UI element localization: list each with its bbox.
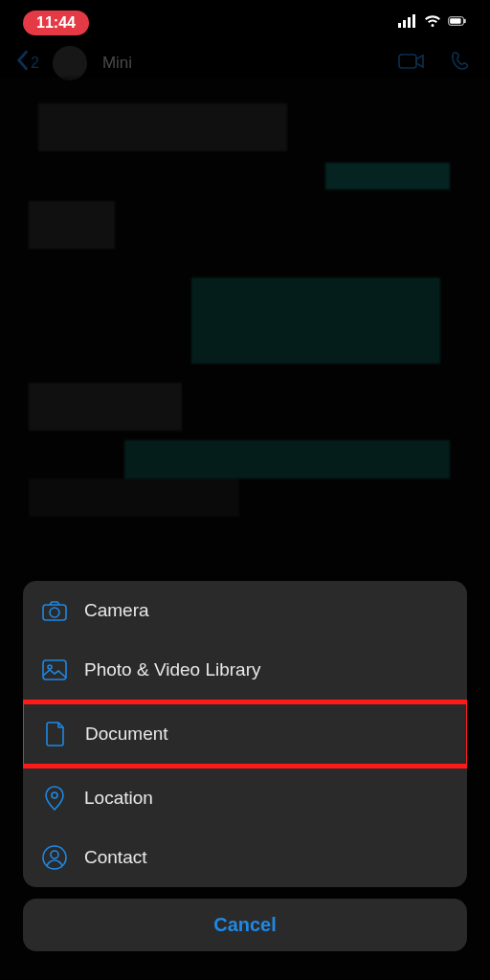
sheet-item-contact[interactable]: Contact [23,828,467,887]
status-bar: 11:44 [0,0,490,42]
sheet-item-camera[interactable]: Camera [23,581,467,640]
back-button[interactable]: 2 [15,50,39,77]
sheet-item-label: Camera [84,600,149,621]
svg-point-11 [48,665,52,669]
gallery-icon [42,657,67,682]
chevron-left-icon [15,50,29,77]
sheet-item-document[interactable]: Document [24,704,466,764]
cellular-icon [398,11,417,34]
svg-rect-6 [464,19,465,23]
svg-point-9 [50,608,59,617]
camera-icon [42,598,67,623]
back-count: 2 [31,55,39,72]
wifi-icon [423,11,442,34]
sheet-item-label: Document [85,724,168,745]
cancel-button[interactable]: Cancel [23,899,467,951]
svg-rect-3 [412,14,415,28]
voice-call-icon[interactable] [448,50,475,77]
video-call-icon[interactable] [398,50,425,77]
attachment-action-sheet: Camera Photo & Video Library Document Lo… [23,581,467,951]
sheet-item-label: Contact [84,847,146,868]
sheet-item-gallery[interactable]: Photo & Video Library [23,640,467,700]
sheet-item-location[interactable]: Location [23,768,467,828]
sheet-menu: Camera Photo & Video Library Document Lo… [23,581,467,887]
svg-rect-5 [450,18,460,24]
status-icons [398,11,467,34]
contact-name[interactable]: Mini [102,54,132,73]
time-pill: 11:44 [23,11,89,35]
battery-icon [448,11,467,34]
sheet-item-label: Photo & Video Library [84,659,261,680]
highlight-box: Document [23,700,467,768]
svg-rect-7 [399,55,416,68]
sheet-item-label: Location [84,788,153,809]
document-icon [43,722,68,746]
svg-rect-2 [408,17,411,28]
svg-rect-10 [43,660,66,679]
svg-rect-0 [398,23,401,28]
svg-rect-1 [403,20,406,28]
svg-point-14 [51,851,58,858]
contact-icon [42,845,67,870]
svg-point-12 [52,792,57,798]
location-icon [42,786,67,811]
avatar[interactable] [53,46,87,80]
